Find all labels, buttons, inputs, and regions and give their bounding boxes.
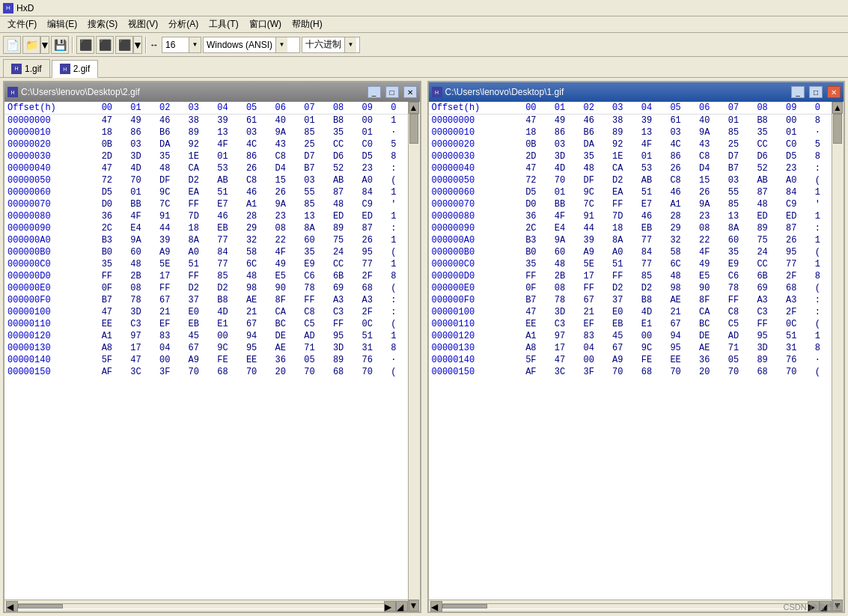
encoding-select[interactable]: Windows (ANSI) ▼ xyxy=(203,37,300,53)
hex-cell[interactable]: 98 xyxy=(667,282,696,294)
hex-cell[interactable]: 0C xyxy=(359,318,388,330)
hex-cell-last[interactable]: · xyxy=(812,126,832,138)
hex-cell[interactable]: CC xyxy=(330,258,359,270)
hex-cell[interactable]: 3F xyxy=(580,366,609,378)
hex-cell[interactable]: 35 xyxy=(754,126,783,138)
hex-cell[interactable]: AD xyxy=(725,330,754,342)
hex-cell[interactable]: 35 xyxy=(99,258,128,270)
hscroll-right-thumb[interactable] xyxy=(442,604,487,609)
hex-cell[interactable]: 47 xyxy=(99,115,128,127)
hex-cell[interactable]: 87 xyxy=(359,222,388,234)
hex-cell[interactable]: EB xyxy=(609,318,638,330)
hex-cell[interactable]: D5 xyxy=(99,186,128,198)
new-file-button[interactable]: 📄 xyxy=(3,36,21,54)
hex-cell[interactable]: 68 xyxy=(638,366,668,378)
hex-cell[interactable]: 87 xyxy=(330,186,359,198)
hex-cell[interactable]: DE xyxy=(272,330,302,342)
hex-cell[interactable]: 60 xyxy=(127,246,156,258)
hex-cell[interactable]: C0 xyxy=(359,138,388,150)
hex-cell[interactable]: C8 xyxy=(243,174,272,186)
hex-cell[interactable]: CA xyxy=(272,306,302,318)
hex-cell[interactable]: 89 xyxy=(330,222,359,234)
hex-cell-last[interactable]: 5 xyxy=(812,138,832,150)
hex-cell[interactable]: B8 xyxy=(214,294,243,306)
hex-cell[interactable]: 9A xyxy=(552,234,581,246)
paste-button[interactable]: ⬛ xyxy=(115,36,133,54)
hex-cell[interactable]: C8 xyxy=(272,150,302,162)
hex-cell[interactable]: 35 xyxy=(301,246,330,258)
hex-cell[interactable]: FF xyxy=(186,270,215,282)
hex-cell[interactable]: A9 xyxy=(156,246,186,258)
hex-cell[interactable]: DA xyxy=(156,138,186,150)
panel-right-restore-btn[interactable]: □ xyxy=(809,86,823,98)
hex-cell[interactable]: 51 xyxy=(609,258,638,270)
hex-cell[interactable]: B7 xyxy=(301,162,330,174)
hex-cell[interactable]: 9C xyxy=(156,186,186,198)
hex-cell[interactable]: C6 xyxy=(725,270,754,282)
hex-cell[interactable]: C3 xyxy=(552,318,581,330)
hex-cell-last[interactable]: : xyxy=(388,294,407,306)
hex-cell[interactable]: 46 xyxy=(156,115,186,127)
hex-cell-last[interactable]: ( xyxy=(388,174,407,186)
hex-cell[interactable]: 5E xyxy=(580,258,609,270)
hex-cell[interactable]: 39 xyxy=(638,115,668,127)
hex-cell[interactable]: D2 xyxy=(609,174,638,186)
panel-right-content[interactable]: Offset(h) 00 01 02 03 04 05 06 07 08 xyxy=(429,102,832,600)
hex-cell[interactable]: D0 xyxy=(522,198,552,210)
hex-cell[interactable]: FE xyxy=(638,354,668,366)
hex-cell[interactable]: 49 xyxy=(696,258,725,270)
hex-cell[interactable]: 00 xyxy=(783,115,812,127)
hex-cell[interactable]: A0 xyxy=(783,174,812,186)
hex-cell[interactable]: 85 xyxy=(725,198,754,210)
hex-cell[interactable]: 13 xyxy=(214,126,243,138)
open-dropdown-button[interactable]: ▼ xyxy=(40,36,49,54)
hscroll-left-thumb[interactable] xyxy=(18,604,63,609)
hex-cell[interactable]: 84 xyxy=(359,186,388,198)
hex-cell[interactable]: 46 xyxy=(580,115,609,127)
hex-cell[interactable]: 8A xyxy=(725,222,754,234)
hex-cell[interactable]: 47 xyxy=(552,354,581,366)
hex-cell[interactable]: 40 xyxy=(272,115,302,127)
hex-cell-last[interactable]: : xyxy=(812,222,832,234)
hex-cell[interactable]: C8 xyxy=(667,174,696,186)
hex-cell[interactable]: 39 xyxy=(214,115,243,127)
hex-cell[interactable]: 45 xyxy=(186,330,215,342)
hex-cell[interactable]: 8A xyxy=(186,234,215,246)
hex-cell[interactable]: 84 xyxy=(638,246,668,258)
hex-cell-last[interactable]: ( xyxy=(812,174,832,186)
hex-cell[interactable]: FF xyxy=(580,282,609,294)
hex-cell[interactable]: 18 xyxy=(186,222,215,234)
hex-cell[interactable]: 4F xyxy=(552,210,581,222)
hex-cell[interactable]: EE xyxy=(522,318,552,330)
hex-cell[interactable]: 85 xyxy=(301,126,330,138)
hex-cell[interactable]: 72 xyxy=(522,174,552,186)
hex-cell[interactable]: 03 xyxy=(725,174,754,186)
mode-select-arrow[interactable]: ▼ xyxy=(344,37,356,52)
hex-cell[interactable]: 67 xyxy=(243,318,272,330)
hex-cell[interactable]: 46 xyxy=(214,210,243,222)
hex-cell[interactable]: 5F xyxy=(522,354,552,366)
hex-cell[interactable]: EE xyxy=(667,354,696,366)
menu-edit[interactable]: 编辑(E) xyxy=(43,16,82,32)
hex-cell[interactable]: E5 xyxy=(696,270,725,282)
hex-cell[interactable]: 13 xyxy=(725,210,754,222)
hex-cell[interactable]: 9A xyxy=(272,198,302,210)
hex-cell[interactable]: 18 xyxy=(609,222,638,234)
hex-cell[interactable]: 78 xyxy=(301,282,330,294)
hex-cell[interactable]: 6C xyxy=(667,258,696,270)
hex-cell[interactable]: C3 xyxy=(754,306,783,318)
hex-cell[interactable]: 51 xyxy=(638,186,668,198)
hex-cell[interactable]: 21 xyxy=(156,306,186,318)
hex-cell[interactable]: 48 xyxy=(580,162,609,174)
hex-cell[interactable]: AF xyxy=(99,366,128,378)
hex-cell[interactable]: 3D xyxy=(754,342,783,354)
hex-cell[interactable]: 87 xyxy=(754,186,783,198)
panel-left-minimize-btn[interactable]: _ xyxy=(367,86,381,98)
hex-cell[interactable]: 71 xyxy=(301,342,330,354)
panel-left-hscrollbar[interactable]: ◀ ▶ ◢ xyxy=(4,600,408,612)
hex-cell[interactable]: 00 xyxy=(156,354,186,366)
hex-cell[interactable]: FE xyxy=(214,354,243,366)
hex-cell[interactable]: 25 xyxy=(301,138,330,150)
hex-cell[interactable]: 48 xyxy=(330,198,359,210)
hex-cell[interactable]: 32 xyxy=(667,234,696,246)
